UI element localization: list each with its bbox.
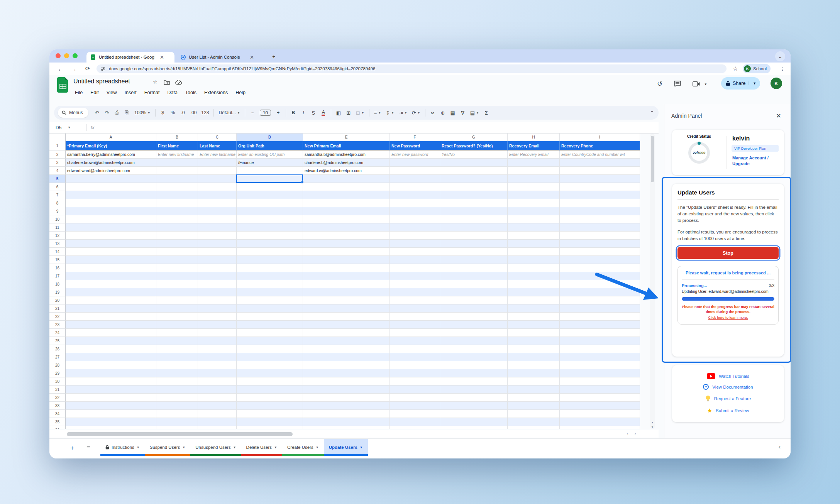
header-cell-E1[interactable]: New Primary Email bbox=[303, 141, 390, 151]
sheet-tab-suspend-users[interactable]: Suspend Users▼ bbox=[145, 439, 191, 456]
row-header-14[interactable]: 14 bbox=[49, 248, 66, 256]
row-header-9[interactable]: 9 bbox=[49, 207, 66, 215]
menu-insert[interactable]: Insert bbox=[122, 89, 140, 96]
cell-I18[interactable] bbox=[560, 280, 640, 288]
cell-H18[interactable] bbox=[508, 280, 560, 288]
cell-D33[interactable] bbox=[237, 402, 303, 410]
cell-I10[interactable] bbox=[560, 215, 640, 223]
cell-D25[interactable] bbox=[237, 337, 303, 345]
cell-C10[interactable] bbox=[198, 215, 237, 223]
star-document-icon[interactable]: ☆ bbox=[153, 79, 158, 85]
cell-D8[interactable] bbox=[237, 199, 303, 207]
cell-G12[interactable] bbox=[440, 232, 508, 240]
cell-G16[interactable] bbox=[440, 264, 508, 272]
cell-E11[interactable] bbox=[303, 223, 390, 232]
cell-B23[interactable] bbox=[156, 321, 198, 329]
browser-tab-admin-console[interactable]: User List - Admin Console ✕ bbox=[177, 52, 262, 63]
cell-E7[interactable] bbox=[303, 191, 390, 199]
cell-A19[interactable] bbox=[66, 288, 156, 296]
row-header-16[interactable]: 16 bbox=[49, 264, 66, 272]
cell-A31[interactable] bbox=[66, 386, 156, 394]
cell-A14[interactable] bbox=[66, 248, 156, 256]
share-dropdown-caret[interactable]: ▼ bbox=[749, 81, 760, 85]
cell-H14[interactable] bbox=[508, 248, 560, 256]
meet-dropdown-caret[interactable]: ▼ bbox=[704, 83, 707, 86]
functions-icon-button[interactable]: Σ bbox=[482, 108, 491, 118]
cell-D29[interactable] bbox=[237, 369, 303, 377]
cell-D14[interactable] bbox=[237, 248, 303, 256]
row-header-8[interactable]: 8 bbox=[49, 199, 66, 207]
cell-D10[interactable] bbox=[237, 215, 303, 223]
cell-I9[interactable] bbox=[560, 207, 640, 215]
cell-G24[interactable] bbox=[440, 329, 508, 337]
cell-I11[interactable] bbox=[560, 223, 640, 232]
header-cell-H1[interactable]: Recovery Email bbox=[508, 141, 560, 151]
scroll-right-icon[interactable]: › bbox=[635, 431, 636, 436]
sheet-tab-menu-caret[interactable]: ▼ bbox=[137, 446, 140, 449]
cell-B2[interactable]: Enter new firstname bbox=[156, 151, 198, 159]
header-cell-B1[interactable]: First Name bbox=[156, 141, 198, 151]
vertical-scrollbar[interactable]: ▲ ▼ bbox=[650, 134, 655, 429]
tab-close-icon[interactable]: ✕ bbox=[160, 54, 164, 60]
row-header-2[interactable]: 2 bbox=[49, 151, 66, 159]
cell-F19[interactable] bbox=[390, 288, 440, 296]
horizontal-scrollbar-thumb[interactable] bbox=[67, 432, 293, 436]
manage-account-link[interactable]: Manage Account / Upgrade bbox=[732, 155, 784, 167]
cell-H28[interactable] bbox=[508, 361, 560, 369]
cell-G25[interactable] bbox=[440, 337, 508, 345]
cell-D16[interactable] bbox=[237, 264, 303, 272]
cell-D21[interactable] bbox=[237, 304, 303, 313]
menu-format[interactable]: Format bbox=[141, 89, 163, 96]
cell-I5[interactable] bbox=[560, 175, 640, 183]
cell-B29[interactable] bbox=[156, 369, 198, 377]
cell-E20[interactable] bbox=[303, 296, 390, 304]
cell-B7[interactable] bbox=[156, 191, 198, 199]
row-header-12[interactable]: 12 bbox=[49, 232, 66, 240]
cell-H32[interactable] bbox=[508, 394, 560, 402]
cell-I28[interactable] bbox=[560, 361, 640, 369]
cell-I15[interactable] bbox=[560, 256, 640, 264]
cell-G23[interactable] bbox=[440, 321, 508, 329]
cell-G14[interactable] bbox=[440, 248, 508, 256]
font-family-button[interactable]: Defaul...▼ bbox=[217, 108, 242, 118]
cell-H10[interactable] bbox=[508, 215, 560, 223]
cell-D23[interactable] bbox=[237, 321, 303, 329]
borders-icon-button[interactable]: ⊞ bbox=[344, 108, 353, 118]
cell-F25[interactable] bbox=[390, 337, 440, 345]
cell-F23[interactable] bbox=[390, 321, 440, 329]
browser-menu-kebab-icon[interactable]: ⋮ bbox=[778, 64, 787, 73]
cell-E21[interactable] bbox=[303, 304, 390, 313]
version-history-icon[interactable]: ↺ bbox=[653, 77, 666, 90]
cell-C32[interactable] bbox=[198, 394, 237, 402]
cell-C6[interactable] bbox=[198, 183, 237, 191]
cell-I7[interactable] bbox=[560, 191, 640, 199]
cell-D31[interactable] bbox=[237, 386, 303, 394]
menu-data[interactable]: Data bbox=[164, 89, 180, 96]
cell-B32[interactable] bbox=[156, 394, 198, 402]
cell-E13[interactable] bbox=[303, 240, 390, 248]
cell-G31[interactable] bbox=[440, 386, 508, 394]
cell-G3[interactable] bbox=[440, 159, 508, 167]
cell-F17[interactable] bbox=[390, 272, 440, 280]
cell-A11[interactable] bbox=[66, 223, 156, 232]
row-header-13[interactable]: 13 bbox=[49, 240, 66, 248]
cell-E17[interactable] bbox=[303, 272, 390, 280]
cell-C12[interactable] bbox=[198, 232, 237, 240]
cell-C29[interactable] bbox=[198, 369, 237, 377]
row-header-27[interactable]: 27 bbox=[49, 353, 66, 361]
cell-F14[interactable] bbox=[390, 248, 440, 256]
cell-F28[interactable] bbox=[390, 361, 440, 369]
add-sheet-icon[interactable]: + bbox=[67, 443, 77, 453]
cell-A20[interactable] bbox=[66, 296, 156, 304]
cell-G7[interactable] bbox=[440, 191, 508, 199]
cell-B12[interactable] bbox=[156, 232, 198, 240]
row-header-30[interactable]: 30 bbox=[49, 377, 66, 386]
cell-H19[interactable] bbox=[508, 288, 560, 296]
cell-C27[interactable] bbox=[198, 353, 237, 361]
cell-D36[interactable] bbox=[237, 426, 303, 429]
row-header-36[interactable]: 36 bbox=[49, 426, 66, 429]
cell-E34[interactable] bbox=[303, 410, 390, 418]
column-header-G[interactable]: G bbox=[440, 134, 508, 141]
cell-C11[interactable] bbox=[198, 223, 237, 232]
italic-button[interactable]: I bbox=[299, 108, 308, 118]
